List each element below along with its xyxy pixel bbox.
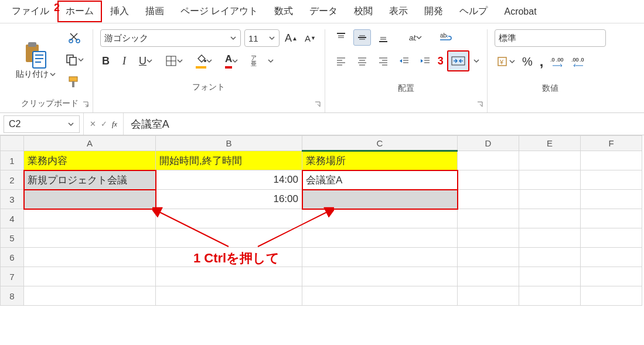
cell-F8[interactable] <box>581 286 642 306</box>
fill-color-button[interactable] <box>194 52 214 70</box>
col-header-E[interactable]: E <box>519 136 581 151</box>
menu-page-layout[interactable]: ページ レイアウト <box>172 1 266 22</box>
cell-B5[interactable] <box>156 228 302 248</box>
align-center-button[interactable] <box>353 53 371 69</box>
accounting-format-button[interactable]: ¥ <box>495 54 517 69</box>
font-size-select[interactable]: 11 <box>244 29 280 47</box>
cell-F1[interactable] <box>581 151 642 170</box>
cell-B6[interactable] <box>156 248 302 267</box>
cell-E1[interactable] <box>519 151 581 170</box>
fx-icon[interactable]: fx <box>112 119 117 129</box>
align-middle-button[interactable] <box>353 29 371 46</box>
font-color-button[interactable]: A <box>223 52 240 70</box>
cell-B3[interactable]: 16:00 <box>156 190 302 209</box>
cell-D1[interactable] <box>458 151 519 170</box>
col-header-D[interactable]: D <box>458 136 519 151</box>
menu-insert[interactable]: 挿入 <box>102 1 137 22</box>
name-box[interactable]: C2 <box>4 115 80 133</box>
cell-B8[interactable] <box>156 286 302 306</box>
menu-draw[interactable]: 描画 <box>137 1 172 22</box>
cell-D3[interactable] <box>458 190 519 209</box>
cell-D2[interactable] <box>458 170 519 190</box>
percent-button[interactable]: % <box>520 53 534 70</box>
cell-E6[interactable] <box>519 248 581 267</box>
cell-B2[interactable]: 14:00 <box>156 170 302 190</box>
menu-home[interactable]: ホーム <box>57 1 102 22</box>
row-header-2[interactable]: 2 <box>1 170 24 190</box>
cell-B7[interactable] <box>156 267 302 286</box>
cell-A1[interactable]: 業務内容 <box>24 151 156 170</box>
cell-D5[interactable] <box>458 228 519 248</box>
copy-button[interactable] <box>63 52 86 68</box>
cell-C3[interactable] <box>302 190 458 209</box>
cell-E5[interactable] <box>519 228 581 248</box>
col-header-C[interactable]: C <box>302 136 458 151</box>
align-left-button[interactable] <box>332 53 350 69</box>
cell-C5[interactable] <box>302 228 458 248</box>
cell-E3[interactable] <box>519 190 581 209</box>
cancel-icon[interactable]: ✕ <box>90 119 96 128</box>
col-header-B[interactable]: B <box>156 136 302 151</box>
borders-button[interactable] <box>163 53 185 69</box>
font-name-select[interactable]: 游ゴシック <box>100 29 241 47</box>
orientation-button[interactable]: ab <box>406 29 424 46</box>
cell-A5[interactable] <box>24 228 156 248</box>
menu-formulas[interactable]: 数式 <box>266 1 301 22</box>
row-header-4[interactable]: 4 <box>1 209 24 228</box>
menu-help[interactable]: ヘルプ <box>451 1 496 22</box>
merge-center-button[interactable] <box>449 53 467 69</box>
cell-D6[interactable] <box>458 248 519 267</box>
cell-A4[interactable] <box>24 209 156 228</box>
row-header-5[interactable]: 5 <box>1 228 24 248</box>
align-right-button[interactable] <box>374 53 392 69</box>
cell-F6[interactable] <box>581 248 642 267</box>
cell-B1[interactable]: 開始時間,終了時間 <box>156 151 302 170</box>
row-header-8[interactable]: 8 <box>1 286 24 306</box>
number-format-select[interactable]: 標準 <box>495 29 606 47</box>
cell-E8[interactable] <box>519 286 581 306</box>
cell-C2[interactable]: 会議室A <box>302 170 458 190</box>
cell-F2[interactable] <box>581 170 642 190</box>
increase-font-button[interactable]: A▲ <box>283 30 299 46</box>
decrease-font-button[interactable]: A▼ <box>303 32 318 45</box>
bold-button[interactable]: B <box>100 53 111 69</box>
decrease-indent-button[interactable] <box>396 53 413 69</box>
comma-button[interactable]: , <box>538 52 546 71</box>
cell-D8[interactable] <box>458 286 519 306</box>
align-bottom-button[interactable] <box>374 29 392 46</box>
cell-F4[interactable] <box>581 209 642 228</box>
align-top-button[interactable] <box>332 29 350 46</box>
menu-view[interactable]: 表示 <box>381 1 416 22</box>
cell-C1[interactable]: 業務場所 <box>302 151 458 170</box>
enter-icon[interactable]: ✓ <box>101 119 107 128</box>
dialog-launcher-icon[interactable] <box>314 101 322 109</box>
cell-E7[interactable] <box>519 267 581 286</box>
wrap-text-button[interactable]: ab <box>438 29 455 46</box>
menu-file[interactable]: ファイル 2 <box>4 1 57 22</box>
italic-button[interactable]: I <box>121 53 128 69</box>
cell-A3[interactable] <box>24 190 156 209</box>
cell-C7[interactable] <box>302 267 458 286</box>
formula-bar[interactable]: 会議室A <box>124 117 644 131</box>
increase-decimal-button[interactable]: .0.00 <box>548 54 566 69</box>
cell-D7[interactable] <box>458 267 519 286</box>
cell-B4[interactable] <box>156 209 302 228</box>
chevron-down-icon[interactable] <box>473 57 480 64</box>
cell-C6[interactable] <box>302 248 458 267</box>
decrease-decimal-button[interactable]: .00.0 <box>570 54 587 69</box>
cell-C4[interactable] <box>302 209 458 228</box>
cell-E2[interactable] <box>519 170 581 190</box>
phonetic-button[interactable]: ア 亜 <box>249 53 258 69</box>
col-header-A[interactable]: A <box>24 136 156 151</box>
row-header-7[interactable]: 7 <box>1 267 24 286</box>
format-painter-button[interactable] <box>63 74 86 91</box>
dialog-launcher-icon[interactable] <box>82 101 90 109</box>
menu-acrobat[interactable]: Acrobat <box>496 2 544 22</box>
cell-E4[interactable] <box>519 209 581 228</box>
cell-F7[interactable] <box>581 267 642 286</box>
row-header-3[interactable]: 3 <box>1 190 24 209</box>
menu-review[interactable]: 校閲 <box>346 1 381 22</box>
underline-button[interactable]: U <box>137 53 154 69</box>
paste-button[interactable]: 貼り付け <box>14 29 57 91</box>
menu-developer[interactable]: 開発 <box>416 1 451 22</box>
